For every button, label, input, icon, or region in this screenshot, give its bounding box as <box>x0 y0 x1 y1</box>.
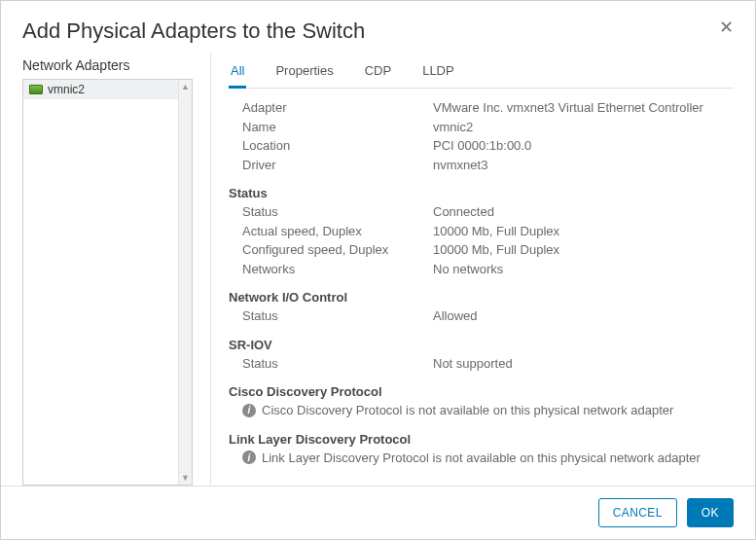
lldp-info: i Link Layer Discovery Protocol is not a… <box>229 449 730 468</box>
value: 10000 Mb, Full Duplex <box>433 240 730 260</box>
value: 10000 Mb, Full Duplex <box>433 222 730 241</box>
value: Not supported <box>433 354 730 374</box>
right-column: All Properties CDP LLDP AdapterVMware In… <box>210 54 734 486</box>
cancel-button[interactable]: CANCEL <box>598 498 677 527</box>
scroll-down-icon[interactable]: ▼ <box>181 473 190 483</box>
left-column: Network Adapters vmnic2 ▲ ▼ <box>22 54 193 486</box>
close-icon[interactable]: ✕ <box>719 18 734 36</box>
label: Status <box>229 202 433 222</box>
cdp-message: Cisco Discovery Protocol is not availabl… <box>262 401 673 420</box>
label: Location <box>229 136 433 156</box>
row-nioc-status: StatusAllowed <box>229 306 730 326</box>
value: Connected <box>433 202 730 222</box>
info-icon: i <box>242 450 256 464</box>
tab-lldp[interactable]: LLDP <box>420 59 456 89</box>
label: Adapter <box>229 98 433 118</box>
label: Driver <box>229 156 433 175</box>
network-adapters-label: Network Adapters <box>22 57 193 73</box>
label: Status <box>229 354 433 374</box>
section-status: Status <box>229 186 730 200</box>
dialog-body: Network Adapters vmnic2 ▲ ▼ All Properti… <box>1 54 755 486</box>
dialog-footer: CANCEL OK <box>1 486 755 539</box>
tab-all[interactable]: All <box>229 59 246 89</box>
value: nvmxnet3 <box>433 156 730 175</box>
row-driver: Drivernvmxnet3 <box>229 156 730 175</box>
label: Actual speed, Duplex <box>229 222 433 241</box>
label: Name <box>229 118 433 137</box>
tab-properties[interactable]: Properties <box>273 59 335 89</box>
row-sriov-status: StatusNot supported <box>229 354 730 374</box>
row-actual-speed: Actual speed, Duplex10000 Mb, Full Duple… <box>229 222 730 241</box>
row-location: LocationPCI 0000:1b:00.0 <box>229 136 730 156</box>
scrollbar[interactable]: ▲ ▼ <box>178 80 192 485</box>
dialog-title: Add Physical Adapters to the Switch <box>22 18 365 44</box>
adapter-list-item[interactable]: vmnic2 <box>23 80 178 99</box>
row-name: Namevmnic2 <box>229 118 730 137</box>
dialog-header: Add Physical Adapters to the Switch ✕ <box>1 1 755 54</box>
section-sriov: SR-IOV <box>229 338 730 352</box>
label: Configured speed, Duplex <box>229 240 433 260</box>
value: Allowed <box>433 306 730 326</box>
tabs: All Properties CDP LLDP <box>229 54 734 89</box>
adapter-list[interactable]: vmnic2 ▲ ▼ <box>22 79 193 486</box>
row-status: StatusConnected <box>229 202 730 222</box>
info-icon: i <box>242 404 256 417</box>
nic-icon <box>29 85 43 94</box>
label: Status <box>229 306 433 326</box>
section-cdp: Cisco Discovery Protocol <box>229 384 730 399</box>
value: No networks <box>433 260 730 279</box>
row-configured-speed: Configured speed, Duplex10000 Mb, Full D… <box>229 240 730 260</box>
scroll-up-icon[interactable]: ▲ <box>181 82 190 91</box>
section-nioc: Network I/O Control <box>229 290 730 305</box>
section-lldp: Link Layer Discovery Protocol <box>229 432 730 447</box>
row-adapter: AdapterVMware Inc. vmxnet3 Virtual Ether… <box>229 98 730 118</box>
adapter-name: vmnic2 <box>48 83 85 96</box>
label: Networks <box>229 260 433 279</box>
value: VMware Inc. vmxnet3 Virtual Ethernet Con… <box>433 98 730 118</box>
value: vmnic2 <box>433 118 730 137</box>
value: PCI 0000:1b:00.0 <box>433 136 730 156</box>
tab-cdp[interactable]: CDP <box>363 59 393 89</box>
lldp-message: Link Layer Discovery Protocol is not ava… <box>262 449 701 468</box>
ok-button[interactable]: OK <box>687 498 734 527</box>
details-pane: AdapterVMware Inc. vmxnet3 Virtual Ether… <box>229 98 734 486</box>
row-networks: NetworksNo networks <box>229 260 730 279</box>
dialog: Add Physical Adapters to the Switch ✕ Ne… <box>0 0 756 540</box>
cdp-info: i Cisco Discovery Protocol is not availa… <box>229 401 730 420</box>
